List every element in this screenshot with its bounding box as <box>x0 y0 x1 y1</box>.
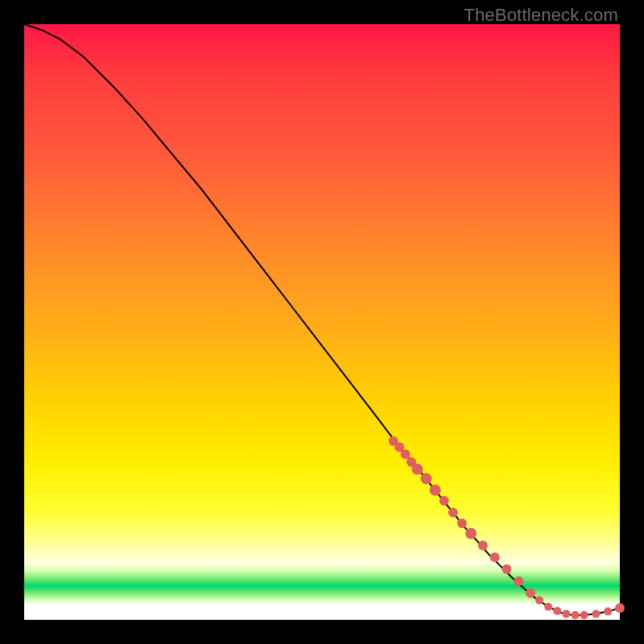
plot-area <box>24 24 620 620</box>
data-marker <box>592 610 600 618</box>
data-marker <box>465 528 477 539</box>
chart-frame: TheBottleneck.com <box>0 0 644 644</box>
data-marker <box>430 485 441 496</box>
data-marker <box>553 607 561 615</box>
highlighted-points <box>389 436 625 619</box>
data-marker <box>457 518 467 528</box>
data-marker <box>562 610 570 618</box>
data-marker <box>604 608 612 616</box>
data-marker <box>580 611 588 619</box>
data-marker <box>514 576 523 586</box>
data-marker <box>502 564 511 574</box>
data-marker <box>421 473 432 485</box>
data-marker <box>411 464 423 475</box>
data-marker <box>526 588 535 598</box>
bottleneck-curve <box>24 24 620 615</box>
data-marker <box>544 603 552 611</box>
data-marker <box>448 508 458 518</box>
data-marker <box>478 541 488 551</box>
data-marker <box>535 597 543 605</box>
data-marker <box>615 603 625 613</box>
chart-overlay <box>24 24 620 620</box>
data-marker <box>490 552 500 562</box>
watermark-text: TheBottleneck.com <box>464 5 618 26</box>
data-marker <box>440 496 449 506</box>
data-marker <box>572 611 580 619</box>
data-marker <box>401 449 411 459</box>
